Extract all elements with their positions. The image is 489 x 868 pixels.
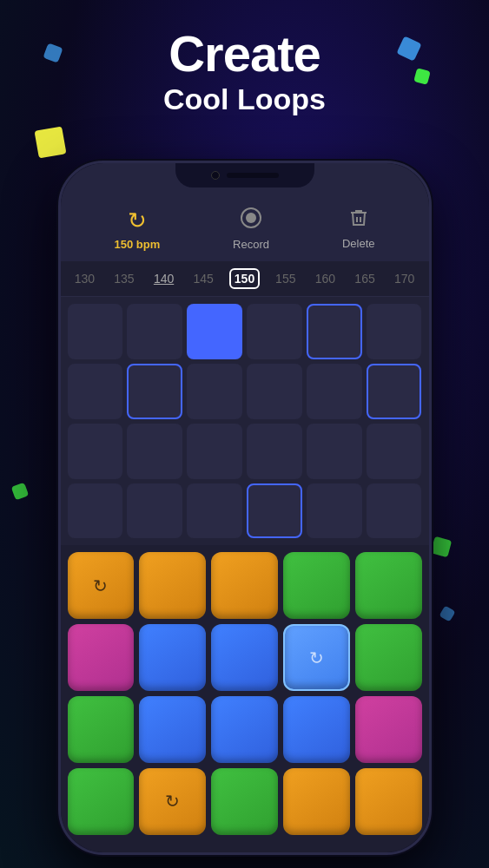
grid-cell-0-5[interactable] bbox=[367, 304, 422, 359]
grid-cell-3-4[interactable] bbox=[307, 483, 362, 539]
bpm-165: 165 bbox=[351, 272, 379, 286]
delete-label: Delete bbox=[342, 237, 375, 250]
pad-0-0[interactable]: ↻ bbox=[68, 552, 135, 619]
page-title: Create bbox=[0, 26, 489, 82]
pad-3-3[interactable] bbox=[283, 768, 350, 835]
svg-point-1 bbox=[246, 213, 256, 223]
grid-cell-2-0[interactable] bbox=[68, 424, 123, 479]
pad-1-4[interactable] bbox=[355, 624, 422, 691]
grid-cell-1-3[interactable] bbox=[247, 364, 302, 419]
pad-2-2[interactable] bbox=[211, 696, 278, 763]
beat-grid bbox=[61, 297, 429, 545]
pad-2-0[interactable] bbox=[68, 696, 135, 763]
grid-cell-0-0[interactable] bbox=[68, 304, 123, 359]
grid-cell-0-1[interactable] bbox=[127, 304, 182, 359]
grid-cell-1-2[interactable] bbox=[187, 364, 242, 419]
grid-cell-2-5[interactable] bbox=[367, 424, 422, 479]
pad-2-4[interactable] bbox=[355, 696, 422, 763]
delete-button[interactable]: Delete bbox=[342, 207, 375, 250]
bpm-ruler: 130 135 140 145 150 155 160 165 170 bbox=[61, 261, 429, 297]
bpm-130: 130 bbox=[70, 272, 98, 286]
side-button-right-1 bbox=[429, 302, 432, 363]
pad-2-1[interactable] bbox=[139, 696, 206, 763]
pad-1-2[interactable] bbox=[211, 624, 278, 691]
pad-1-1[interactable] bbox=[139, 624, 206, 691]
grid-cell-0-4[interactable] bbox=[307, 304, 362, 359]
delete-icon bbox=[348, 207, 369, 233]
bpm-140: 140 bbox=[150, 272, 178, 286]
drum-pads: ↻ ↻ ↻ bbox=[61, 545, 429, 841]
bpm-170: 170 bbox=[391, 272, 419, 286]
grid-cell-1-5[interactable] bbox=[367, 364, 422, 419]
pad-0-3[interactable] bbox=[283, 552, 350, 619]
record-button[interactable]: Record bbox=[233, 207, 269, 251]
bpm-135: 135 bbox=[110, 272, 138, 286]
phone-notch bbox=[175, 163, 314, 187]
camera-dot bbox=[211, 171, 220, 180]
grid-cell-1-0[interactable] bbox=[68, 364, 123, 419]
grid-cell-3-2[interactable] bbox=[187, 483, 242, 539]
grid-cell-2-3[interactable] bbox=[247, 424, 302, 479]
grid-cell-3-1[interactable] bbox=[127, 483, 182, 539]
bpm-control[interactable]: ↻ 150 bpm bbox=[114, 207, 160, 251]
side-button-right-2 bbox=[429, 380, 432, 441]
grid-cell-2-2[interactable] bbox=[187, 424, 242, 479]
page-subtitle: Cool Loops bbox=[0, 82, 489, 117]
grid-cell-0-2[interactable] bbox=[187, 304, 242, 359]
pad-1-3[interactable]: ↻ bbox=[283, 624, 350, 691]
grid-cell-0-3[interactable] bbox=[247, 304, 302, 359]
grid-cell-3-0[interactable] bbox=[68, 483, 123, 539]
phone-screen: ↻ 150 bpm Record bbox=[61, 163, 429, 852]
record-icon bbox=[240, 207, 262, 234]
float-sq-3 bbox=[34, 126, 66, 158]
bpm-icon: ↻ bbox=[128, 207, 147, 234]
grid-cell-1-4[interactable] bbox=[307, 364, 362, 419]
pad-1-0[interactable] bbox=[68, 624, 135, 691]
grid-cell-2-1[interactable] bbox=[127, 424, 182, 479]
bpm-150[interactable]: 150 bbox=[229, 268, 260, 289]
pad-2-3[interactable] bbox=[283, 696, 350, 763]
pad-0-1[interactable] bbox=[139, 552, 206, 619]
phone-frame: ↻ 150 bpm Record bbox=[58, 161, 432, 855]
bpm-155: 155 bbox=[272, 272, 300, 286]
pad-3-4[interactable] bbox=[355, 768, 422, 835]
grid-cell-3-5[interactable] bbox=[367, 483, 422, 539]
grid-cell-2-4[interactable] bbox=[307, 424, 362, 479]
header: Create Cool Loops bbox=[0, 26, 489, 117]
bpm-145: 145 bbox=[189, 272, 217, 286]
pad-3-0[interactable] bbox=[68, 768, 135, 835]
pad-0-2[interactable] bbox=[211, 552, 278, 619]
pad-3-2[interactable] bbox=[211, 768, 278, 835]
bpm-value: 150 bpm bbox=[114, 238, 160, 251]
pad-3-1[interactable]: ↻ bbox=[139, 768, 206, 835]
bpm-160: 160 bbox=[311, 272, 339, 286]
grid-cell-3-3[interactable] bbox=[247, 483, 302, 539]
grid-cell-1-1[interactable] bbox=[127, 364, 182, 419]
record-label: Record bbox=[233, 238, 269, 251]
speaker-bar bbox=[227, 173, 279, 178]
pad-0-4[interactable] bbox=[355, 552, 422, 619]
